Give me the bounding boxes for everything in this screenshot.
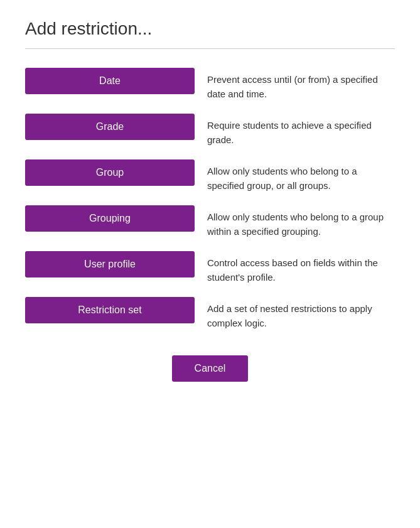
restriction-item: Restriction setAdd a set of nested restr…: [25, 291, 395, 337]
restriction-btn-user-profile[interactable]: User profile: [25, 251, 195, 277]
dialog-title: Add restriction...: [25, 19, 395, 49]
restriction-description: Allow only students who belong to a spec…: [207, 159, 395, 193]
restriction-description: Add a set of nested restrictions to appl…: [207, 297, 395, 330]
restriction-item: DatePrevent access until (or from) a spe…: [25, 62, 395, 107]
restriction-item: GroupingAllow only students who belong t…: [25, 199, 395, 245]
restriction-btn-date[interactable]: Date: [25, 68, 195, 94]
restriction-btn-grade[interactable]: Grade: [25, 114, 195, 140]
restriction-btn-grouping[interactable]: Grouping: [25, 205, 195, 232]
restriction-list: DatePrevent access until (or from) a spe…: [25, 62, 395, 337]
restriction-description: Allow only students who belong to a grou…: [207, 205, 395, 239]
restriction-item: GroupAllow only students who belong to a…: [25, 153, 395, 199]
restriction-description: Control access based on fields within th…: [207, 251, 395, 284]
cancel-button[interactable]: Cancel: [172, 355, 249, 382]
add-restriction-dialog: Add restriction... DatePrevent access un…: [0, 0, 420, 528]
restriction-btn-group[interactable]: Group: [25, 159, 195, 186]
restriction-description: Require students to achieve a specified …: [207, 114, 395, 147]
restriction-description: Prevent access until (or from) a specifi…: [207, 68, 395, 101]
restriction-item: GradeRequire students to achieve a speci…: [25, 107, 395, 153]
restriction-item: User profileControl access based on fiel…: [25, 245, 395, 291]
dialog-footer: Cancel: [25, 355, 395, 382]
restriction-btn-restriction-set[interactable]: Restriction set: [25, 297, 195, 323]
